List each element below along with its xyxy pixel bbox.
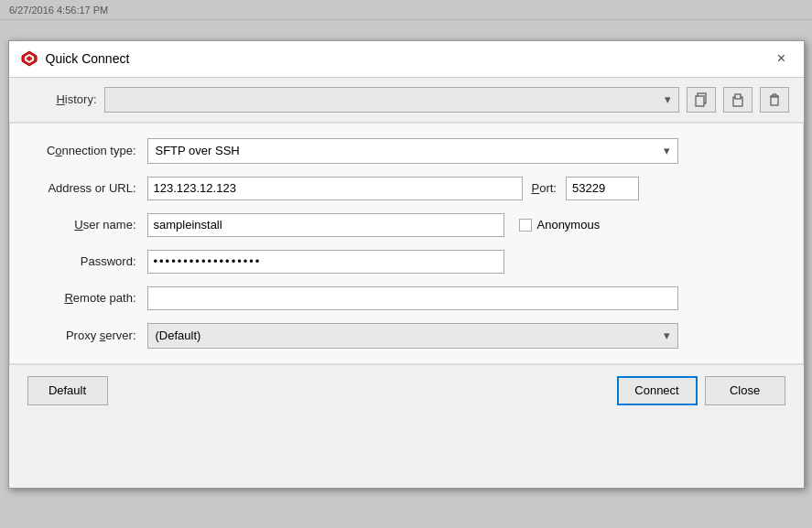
svg-rect-6 — [735, 94, 741, 99]
remote-path-row: Remote path: — [28, 286, 785, 310]
title-bar: Quick Connect × — [9, 41, 804, 78]
proxy-label: Proxy server: — [28, 329, 147, 342]
port-input[interactable] — [566, 177, 639, 200]
password-label: Password: — [28, 254, 147, 268]
history-dropdown[interactable] — [104, 87, 679, 113]
anonymous-checkbox-area: Anonymous — [519, 218, 601, 232]
history-label: History: — [24, 92, 97, 106]
address-port-group: Port: — [147, 177, 639, 200]
history-bar: History: — [9, 78, 804, 123]
anonymous-checkbox[interactable] — [519, 219, 532, 232]
password-row: Password: — [28, 250, 785, 274]
remote-path-input[interactable] — [147, 286, 678, 310]
paste-icon — [731, 92, 745, 107]
quick-connect-dialog: Quick Connect × History: — [8, 40, 805, 489]
address-label: Address or URL: — [28, 181, 147, 195]
history-underline: H — [56, 92, 64, 106]
dialog-title: Quick Connect — [46, 51, 130, 66]
toolbar-delete-button[interactable] — [760, 87, 789, 113]
dialog-close-button[interactable]: × — [771, 48, 793, 70]
right-button-group: Connect Close — [617, 376, 785, 405]
proxy-value: (Default) — [156, 329, 201, 342]
close-dialog-button[interactable]: Close — [705, 376, 785, 405]
default-button[interactable]: Default — [27, 376, 108, 405]
proxy-row: Proxy server: (Default) — [28, 323, 785, 349]
form-area: Connection type: SFTP over SSH Address o… — [9, 123, 804, 364]
connection-type-select[interactable]: SFTP over SSH — [147, 138, 678, 164]
address-row: Address or URL: Port: — [28, 177, 785, 200]
connection-type-value: SFTP over SSH — [156, 144, 240, 157]
top-bar-text: 6/27/2016 4:56:17 PM — [9, 5, 108, 16]
connection-type-label: Connection type: — [28, 144, 147, 157]
username-label: User name: — [28, 218, 147, 232]
username-input[interactable] — [147, 213, 504, 237]
svg-rect-7 — [771, 97, 778, 105]
connect-button[interactable]: Connect — [617, 376, 698, 405]
connection-type-row: Connection type: SFTP over SSH — [28, 138, 785, 164]
button-bar: Default Connect Close — [9, 364, 804, 416]
username-anon-group: Anonymous — [147, 213, 601, 237]
username-row: User name: Anonymous — [28, 213, 785, 237]
top-bar: 6/27/2016 4:56:17 PM — [0, 0, 812, 20]
password-input[interactable] — [147, 250, 504, 274]
address-input[interactable] — [147, 177, 523, 200]
app-icon — [20, 49, 38, 68]
delete-icon — [767, 92, 782, 107]
proxy-dropdown[interactable]: (Default) — [147, 323, 678, 349]
toolbar-paste-button[interactable] — [723, 87, 752, 113]
remote-path-label: Remote path: — [28, 291, 147, 305]
copy-icon — [694, 92, 709, 107]
svg-rect-4 — [696, 96, 704, 106]
anonymous-label: Anonymous — [537, 218, 601, 232]
port-label: Port: — [532, 181, 557, 195]
toolbar-copy-button[interactable] — [687, 87, 716, 113]
title-bar-left: Quick Connect — [20, 49, 130, 68]
